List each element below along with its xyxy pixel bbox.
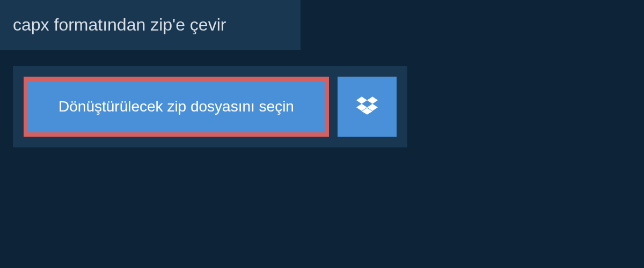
select-file-label: Dönüştürülecek zip dosyasını seçin	[58, 98, 294, 115]
page-title: capx formatından zip'e çevir	[13, 15, 288, 35]
dropbox-button[interactable]	[338, 77, 397, 137]
header-panel: capx formatından zip'e çevir	[0, 0, 301, 50]
upload-panel: Dönüştürülecek zip dosyasını seçin	[13, 66, 407, 147]
dropbox-icon	[356, 95, 378, 118]
select-file-button[interactable]: Dönüştürülecek zip dosyasını seçin	[24, 77, 329, 137]
